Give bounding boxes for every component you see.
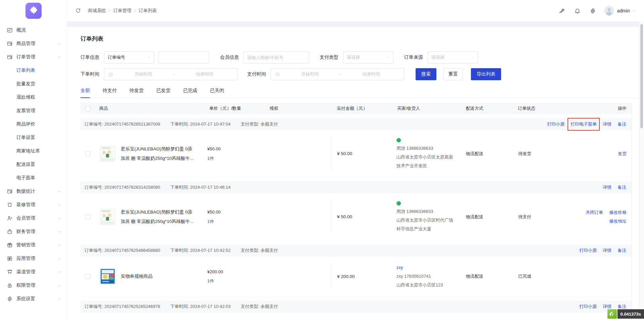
buyer-address-line: 山西省太原市小店区123 [396,281,461,289]
reset-button[interactable]: 重置 [443,68,463,80]
tab-all[interactable]: 全部 [80,88,90,98]
remark-link[interactable]: 备注 [618,184,626,190]
bell-icon[interactable] [574,8,581,14]
product-qty: 1件 [207,154,265,163]
remark-link[interactable]: 备注 [618,247,626,254]
order-meta-actions: 打印小票详情备注 [579,304,626,310]
sidebar-item-system-settings[interactable]: 系统设置 [0,292,67,306]
order-meta-fields: 订单编号: 20240717457626314158080下单时间: 2024-… [85,184,240,190]
buyer-name-phone: 周游 13666336633 [396,144,461,153]
print-receipt-link[interactable]: 打印小票 [579,247,597,254]
order-status: 待支付 [513,214,570,220]
remark-link[interactable]: 备注 [618,304,626,310]
export-button[interactable]: 导出列表 [471,68,501,80]
pay-type-select[interactable]: 请选择 [343,51,393,63]
member-search-input[interactable] [244,51,309,63]
modify-address-link[interactable]: 修改地址 [609,218,627,224]
breadcrumb-item[interactable]: 订单管理 [113,8,131,14]
rocket-icon[interactable] [559,8,565,14]
sidebar-subitem-goods-review[interactable]: 商品评价 [0,118,67,131]
tab-closed[interactable]: 已关闭 [210,88,224,98]
ship-link[interactable]: 发货 [618,151,627,157]
breadcrumb-item[interactable]: 订单列表 [139,8,157,14]
thinkphp-flame-icon[interactable] [607,309,617,319]
row-checkbox[interactable] [86,274,91,279]
sidebar-item-app-manage[interactable]: 应用管理 [0,252,67,265]
chevron-down-icon[interactable] [632,9,636,13]
detail-link[interactable]: 详情 [603,121,611,127]
order-meta-field: 订单编号: 20240717457626521387008 [85,122,160,127]
order-row: 君乐宝(JUNLEBAO)简醇梦幻盖 0添加蔗 糖 常温酸奶250g*10风味酸… [80,130,632,177]
sidebar-subitem-batch-shipping[interactable]: 批量发货 [0,77,67,91]
tab-completed[interactable]: 已完成 [183,88,197,98]
print-receipt-link[interactable]: 打印小票 [547,121,565,127]
delivery-method: 物流配送 [461,151,513,157]
chevron-down-icon [57,216,61,220]
tab-pending-payment[interactable]: 待支付 [103,88,117,98]
order-meta-actions: 打印小票打印电子面单详情备注 [547,121,626,127]
buyer-address-line: 科宇信息产业大厦 [396,225,461,233]
detail-link[interactable]: 详情 [603,304,611,310]
chevron-down-icon [386,56,390,59]
table-header: 商品单价（元）/数量维权实付金额（元）买家/收货人配送方式订单状态操作 [80,103,632,114]
sidebar-subitem-e-waybill[interactable]: 电子面单 [0,171,67,185]
sidebar-subitem-invoice-manage[interactable]: 发票管理 [0,104,67,118]
sidebar-item-marketing-manage[interactable]: 营销管理 [0,238,67,252]
app-logo[interactable] [25,3,42,19]
order-block: 订单编号: 20240717457626314158080下单时间: 2024-… [80,181,632,240]
product-qty: 1件 [207,217,265,226]
column-header: 维权 [265,105,331,111]
close-order-link[interactable]: 关闭订单 [586,210,603,216]
decorate-icon [7,202,13,208]
sidebar-item-channel-manage[interactable]: 渠道管理 [0,265,67,279]
vertical-scrollbar[interactable] [639,21,644,320]
sidebar-item-order-manage[interactable]: 订单管理 [0,50,67,64]
row-checkbox[interactable] [86,151,91,156]
detail-link[interactable]: 详情 [603,247,611,254]
tab-pending-shipment[interactable]: 待发货 [129,88,144,98]
print-receipt-link[interactable]: 打印小票 [579,304,597,310]
modify-price-link[interactable]: 修改价格 [609,210,627,216]
row-checkbox[interactable] [86,214,91,219]
remark-link[interactable]: 备注 [618,121,626,127]
sidebar-item-overview[interactable]: 概况 [0,24,67,37]
sidebar-item-finance-manage[interactable]: 财务管理 [0,225,67,238]
sidebar-subitem-delivery-settings[interactable]: 配送设置 [0,158,67,171]
select-all-checkbox[interactable] [86,106,91,111]
sidebar-item-member-manage[interactable]: 会员管理 [0,212,67,225]
gear-icon[interactable] [590,8,596,14]
sidebar-subitem-order-settings[interactable]: 订单设置 [0,131,67,144]
detail-link[interactable]: 详情 [603,184,611,190]
sidebar-subitem-refund-rights[interactable]: 退款维权 [0,91,67,104]
chevron-down-icon [471,56,474,59]
sidebar-item-permission-manage[interactable]: 权限管理 [0,279,67,292]
breadcrumb-item[interactable]: 商城系统 [88,8,106,14]
tab-shipped[interactable]: 已发货 [156,88,170,98]
sidebar-item-decorate-manage[interactable]: 装修管理 [0,198,67,212]
debug-badge: 0.041373s [607,309,644,319]
row-actions: 关闭订单修改价格修改地址 [570,210,632,224]
sidebar-item-goods-manage[interactable]: 商品管理 [0,37,67,50]
product-image [99,268,116,285]
buyer-address-line: 山西省太原市小店区时代广场 [396,216,461,225]
search-button[interactable]: 搜索 [416,68,436,80]
sidebar-subitem-order-list[interactable]: 订单列表 [0,64,67,77]
product-price: ¥200.00 [207,267,265,276]
print-e-waybill-link[interactable]: 打印电子面单 [571,121,597,127]
username[interactable]: admin [617,8,630,13]
order-time-range[interactable]: 开始时间 - 结束时间 [104,68,237,80]
sidebar-item-data-stats[interactable]: 数据统计 [0,185,67,198]
order-status: 待发货 [513,151,570,157]
scrollbar-thumb[interactable] [640,24,643,128]
column-header: 买家/收货人 [392,105,461,111]
buyer-nickname[interactable]: zxy [396,263,461,272]
order-info-select[interactable]: 订单编号 [104,51,154,63]
order-source-select[interactable]: 请选择 [428,51,478,63]
order-meta-field: 订单编号: 20240717457625285246976 [85,304,160,309]
pay-time-range[interactable]: 开始时间 - 结束时间 [271,68,404,80]
order-keyword-input[interactable] [158,51,209,63]
clock-icon [275,72,280,77]
refresh-icon[interactable] [75,8,81,14]
avatar[interactable] [604,6,614,16]
sidebar-subitem-merchant-address[interactable]: 商家地址库 [0,144,67,158]
